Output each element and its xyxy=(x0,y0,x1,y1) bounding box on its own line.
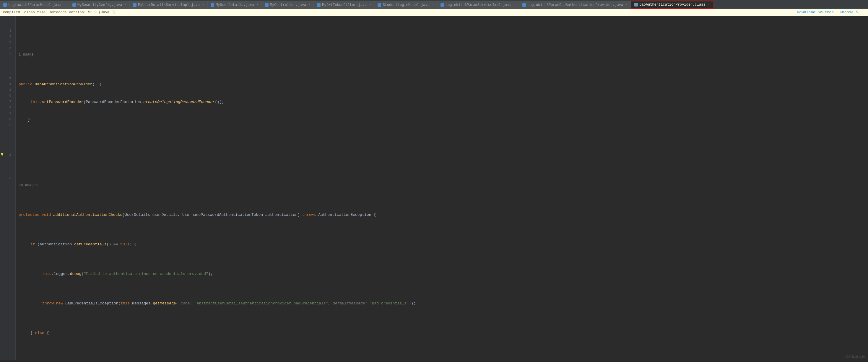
tab-mysecurityconfig[interactable]: MySecurityConfig.java × xyxy=(69,1,130,8)
error-icon: ! xyxy=(0,176,4,180)
java-icon xyxy=(265,3,269,7)
tab-close-icon[interactable]: × xyxy=(514,3,516,6)
java-icon xyxy=(133,3,136,7)
code-container: 3 4 5 6 7 ! 2 5 6 5 xyxy=(0,16,868,360)
tab-close-icon[interactable]: × xyxy=(257,3,258,6)
code-line-setpassword: this.setPasswordEncoder(PasswordEncoderF… xyxy=(19,99,868,105)
tab-loginwith3parammodel[interactable]: LoginWith3ParamModel.java × xyxy=(0,1,69,8)
java-icon xyxy=(211,3,214,7)
code-line-empty-2 xyxy=(19,135,868,140)
info-bar: compiled .class file, bytecode version: … xyxy=(0,9,868,16)
gutter-line-13: 5 xyxy=(0,87,13,93)
gutter-line-3: 3 xyxy=(0,28,13,34)
tab-studentloginmodel[interactable]: StudentLoginModel.java × xyxy=(374,1,437,8)
warning-icon-2: ! xyxy=(0,123,4,127)
code-line-constructor-sig: public DaoAuthenticationProvider() { xyxy=(19,81,868,88)
tab-loginwith3paramserviceimpl[interactable]: LoginWith3ParamServiceImpl.java × xyxy=(437,1,519,8)
gutter-line-1 xyxy=(0,16,13,22)
code-line-logger-debug-1: this.logger.debug("Failed to authenticat… xyxy=(19,271,868,277)
gutter-line-28: ! 6 xyxy=(0,175,13,181)
gutter-line-11: 5 xyxy=(0,75,13,81)
tab-loginwith3paramdaoauthentication[interactable]: LoginWith3ParamDaoAuthenticationProvider… xyxy=(519,1,631,8)
tab-close-icon[interactable]: × xyxy=(708,3,710,6)
gutter-line-16: 8 xyxy=(0,104,13,110)
code-line-close-brace-1: } xyxy=(19,117,868,123)
tab-label: LoginWith3ParamModel.java xyxy=(8,3,61,7)
tab-label: MyUserDetailsServiceImpl.java xyxy=(138,3,200,7)
gutter-line-6: 6 xyxy=(0,45,13,52)
gutter-line-12: 6 xyxy=(0,81,13,87)
java-icon xyxy=(72,3,76,7)
line-gutter: 3 4 5 6 7 ! 2 5 6 5 xyxy=(0,16,16,360)
warning-icon: ! xyxy=(0,70,4,74)
tab-close-icon[interactable]: × xyxy=(369,3,371,6)
java-icon xyxy=(3,3,7,7)
tab-close-icon[interactable]: × xyxy=(309,3,311,6)
gutter-line-7: 7 xyxy=(0,52,13,57)
tab-myuserdetailsserviceimpl[interactable]: MyUserDetailsServiceImpl.java × xyxy=(130,1,208,8)
gutter-line-18: 0 xyxy=(0,116,13,122)
watermark: CSDN@九佳 xyxy=(846,355,865,359)
no-usages-label-1: no usages xyxy=(19,182,868,188)
tab-bar: LoginWith3ParamModel.java × MySecurityCo… xyxy=(0,0,868,9)
tab-close-icon[interactable]: × xyxy=(203,3,204,6)
gutter-line-27 xyxy=(0,169,13,175)
gutter-line-9 xyxy=(0,63,13,69)
tab-label: StudentLoginModel.java xyxy=(382,3,429,7)
bytecode-info: compiled .class file, bytecode version: … xyxy=(3,10,116,14)
tab-label: MyUserDetails.java xyxy=(216,3,254,7)
tab-label: MyController.java xyxy=(270,3,306,7)
tab-close-icon[interactable]: × xyxy=(626,3,627,6)
gutter-line-20 xyxy=(0,128,13,134)
gutter-line-19: ! 2 xyxy=(0,122,13,128)
tab-label: MySecurityConfig.java xyxy=(78,3,122,7)
gutter-line-26 xyxy=(0,164,13,169)
code-line-empty-3 xyxy=(19,152,868,158)
tab-label: MyJwtTokenFilter.java xyxy=(322,3,367,7)
code-line-string-presented: String presentedPassword = authenticatio… xyxy=(19,360,868,360)
gutter-line-5: 5 xyxy=(0,39,13,45)
code-line-empty-1 xyxy=(19,34,868,39)
java-icon xyxy=(317,3,320,7)
gutter-line-10: ! 2 xyxy=(0,69,13,75)
info-bar-actions: Download Sources Choose S... xyxy=(797,10,865,14)
gutter-line-23 xyxy=(0,146,13,152)
tab-label: LoginWith3ParamServiceImpl.java xyxy=(445,3,512,7)
warning-bulb-icon: 💡 xyxy=(0,153,4,157)
gutter-line-2 xyxy=(0,22,13,28)
code-line-if-null: if (authentication.getCredentials() == n… xyxy=(19,241,868,248)
choose-button[interactable]: Choose S... xyxy=(840,10,865,14)
gutter-line-14: 6 xyxy=(0,93,13,99)
tab-close-icon[interactable]: × xyxy=(432,3,434,6)
code-line-throw-1: throw new BadCredentialsException(this.m… xyxy=(19,301,868,306)
gutter-line-21 xyxy=(0,134,13,140)
java-icon xyxy=(378,3,381,7)
code-line-else: } else { xyxy=(19,330,868,336)
gutter-line-25 xyxy=(0,158,13,164)
gutter-line-24: 💡 2 xyxy=(0,152,13,158)
gutter-line-4: 4 xyxy=(0,34,13,39)
gutter-line-15: 7 xyxy=(0,99,13,104)
gutter-line-17: 9 xyxy=(0,110,13,116)
gutter-line-22 xyxy=(0,140,13,146)
download-sources-button[interactable]: Download Sources xyxy=(797,10,834,14)
tab-label: LoginWith3ParamDaoAuthenticationProvider… xyxy=(527,3,623,7)
code-line-method-sig: protected void additionalAuthenticationC… xyxy=(19,212,868,218)
code-editor: 1 usage public DaoAuthenticationProvider… xyxy=(16,16,868,360)
tab-daoauthenticationprovider[interactable]: DaoAuthenticationProvider.class × xyxy=(631,1,713,8)
java-icon xyxy=(440,3,444,7)
tab-label: DaoAuthenticationProvider.class xyxy=(639,3,705,7)
tab-close-icon[interactable]: × xyxy=(125,3,126,6)
gutter-line-8 xyxy=(0,57,13,63)
tab-close-icon[interactable]: × xyxy=(64,3,66,6)
class-icon xyxy=(634,3,638,6)
tab-mycontroller[interactable]: MyController.java × xyxy=(262,1,314,8)
tab-myjwttokenfilter[interactable]: MyJwtTokenFilter.java × xyxy=(314,1,374,8)
tab-myuserdetails[interactable]: MyUserDetails.java × xyxy=(208,1,262,8)
usage-label-1: 1 usage xyxy=(19,52,868,58)
gutter-line-29 xyxy=(0,181,13,187)
java-icon xyxy=(522,3,526,7)
